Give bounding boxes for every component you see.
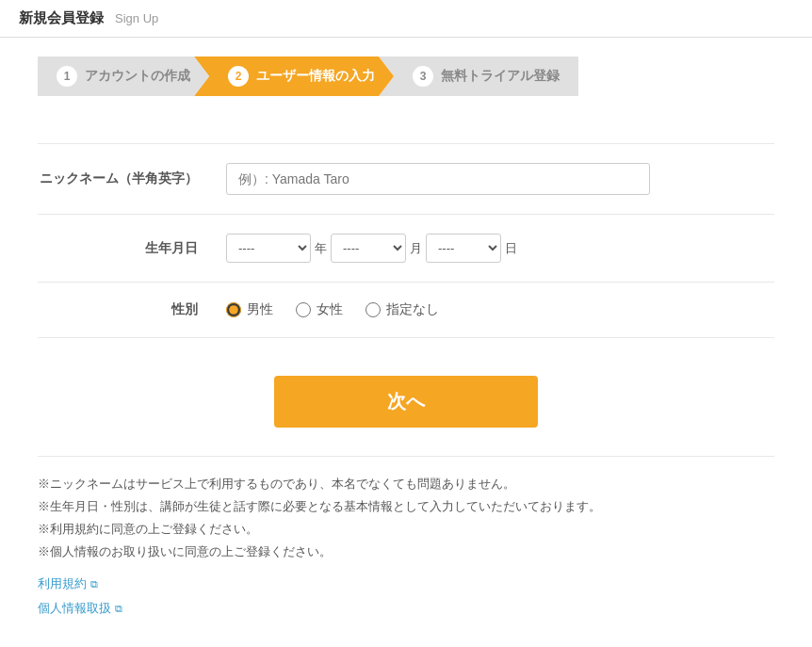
terms-link[interactable]: 利用規約 — [38, 575, 87, 592]
step-1-number: 1 — [57, 66, 77, 87]
step-1: 1 アカウントの作成 — [38, 57, 209, 96]
main-container: 1 アカウントの作成 2 ユーザー情報の入力 3 無料トライアル登録 ニックネー… — [0, 38, 812, 647]
links-section: 利用規約 ⧉ 個人情報取扱 ⧉ — [38, 575, 774, 617]
submit-button[interactable]: 次へ — [274, 376, 538, 428]
nickname-control — [226, 163, 774, 195]
birthdate-control: ---- 年 ---- 月 ---- 日 — [226, 234, 774, 263]
gender-male-label: 男性 — [247, 301, 273, 318]
gender-row: 性別 男性 女性 指定なし — [38, 283, 774, 338]
step-1-label: アカウントの作成 — [85, 68, 190, 85]
month-unit: 月 — [410, 240, 422, 257]
step-2-number: 2 — [228, 66, 249, 87]
gender-unspecified-option[interactable]: 指定なし — [365, 301, 439, 318]
note-4: ※個人情報のお取り扱いに同意の上ご登録ください。 — [38, 543, 774, 560]
gender-female-radio[interactable] — [296, 302, 311, 317]
gender-male-radio[interactable] — [226, 302, 241, 317]
nickname-label: ニックネーム（半角英字） — [38, 170, 226, 187]
step-2: 2 ユーザー情報の入力 — [194, 57, 394, 96]
nickname-row: ニックネーム（半角英字） — [38, 143, 774, 215]
gender-unspecified-radio[interactable] — [365, 302, 381, 317]
date-selects: ---- 年 ---- 月 ---- 日 — [226, 234, 774, 263]
form-area: ニックネーム（半角英字） 生年月日 ---- 年 ---- 月 — [38, 134, 774, 348]
gender-unspecified-label: 指定なし — [386, 301, 439, 318]
submit-area: 次へ — [38, 348, 774, 446]
nickname-input[interactable] — [226, 163, 650, 195]
birthdate-label: 生年月日 — [38, 240, 226, 257]
page-title: 新規会員登録 — [19, 9, 104, 27]
day-select[interactable]: ---- — [426, 234, 501, 263]
gender-male-option[interactable]: 男性 — [226, 301, 273, 318]
radio-group: 男性 女性 指定なし — [226, 301, 774, 318]
note-1: ※ニックネームはサービス上で利用するものであり、本名でなくても問題ありません。 — [38, 476, 774, 493]
step-3-label: 無料トライアル登録 — [441, 68, 560, 85]
gender-control: 男性 女性 指定なし — [226, 301, 774, 318]
note-3: ※利用規約に同意の上ご登録ください。 — [38, 521, 774, 538]
birthdate-row: 生年月日 ---- 年 ---- 月 ---- 日 — [38, 215, 774, 283]
step-3: 3 無料トライアル登録 — [379, 57, 578, 96]
notes-section: ※ニックネームはサービス上で利用するものであり、本名でなくても問題ありません。 … — [38, 456, 774, 617]
month-select[interactable]: ---- — [331, 234, 406, 263]
step-3-number: 3 — [413, 66, 433, 87]
link-item-1: 利用規約 ⧉ — [38, 575, 774, 592]
note-2: ※生年月日・性別は、講師が生徒と話す際に必要となる基本情報として入力していただい… — [38, 498, 774, 515]
step-2-label: ユーザー情報の入力 — [256, 68, 375, 85]
external-icon-1: ⧉ — [90, 578, 98, 590]
year-unit: 年 — [315, 240, 327, 257]
page-header: 新規会員登録 Sign Up — [0, 0, 812, 38]
gender-female-option[interactable]: 女性 — [296, 301, 343, 318]
link-item-2: 個人情報取扱 ⧉ — [38, 600, 774, 617]
gender-label: 性別 — [38, 301, 226, 318]
step-indicator: 1 アカウントの作成 2 ユーザー情報の入力 3 無料トライアル登録 — [38, 57, 774, 96]
day-unit: 日 — [505, 240, 517, 257]
year-select[interactable]: ---- — [226, 234, 311, 263]
page-subtitle: Sign Up — [115, 11, 158, 25]
privacy-link[interactable]: 個人情報取扱 — [38, 600, 111, 617]
external-icon-2: ⧉ — [115, 603, 122, 615]
gender-female-label: 女性 — [317, 301, 343, 318]
